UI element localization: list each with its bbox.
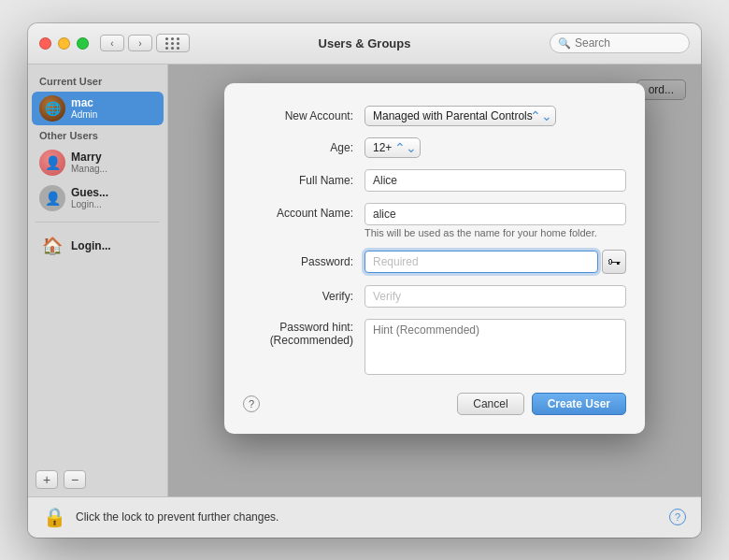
add-user-button[interactable]: + <box>36 470 58 489</box>
age-row: Age: 12+ ⌃⌄ <box>243 137 626 158</box>
nav-buttons: ‹ › <box>100 35 152 51</box>
sidebar-item-guest[interactable]: 👤 Gues... Login... <box>32 181 164 215</box>
sidebar-item-guest-name: Gues... <box>71 186 108 199</box>
avatar-marry: 👤 <box>39 150 65 176</box>
bottom-bar: 🔒 Click the lock to prevent further chan… <box>28 496 701 538</box>
sidebar: Current User 🌐 mac Admin Other Users 👤 M… <box>28 65 168 496</box>
sidebar-item-marry-name: Marry <box>71 151 107 164</box>
password-control: 🗝 <box>364 250 626 274</box>
forward-button[interactable]: › <box>128 35 152 51</box>
hint-label: Password hint: (Recommended) <box>243 319 364 347</box>
fullname-row: Full Name: <box>243 169 626 192</box>
account-type-control: Managed with Parental Controls ⌃⌄ <box>364 106 626 126</box>
age-select-container: 12+ ⌃⌄ <box>364 137 421 158</box>
password-input-row: 🗝 <box>364 250 626 274</box>
bottom-help-button[interactable]: ? <box>669 509 686 525</box>
search-bar[interactable]: 🔍 <box>550 33 690 53</box>
account-type-row: New Account: Managed with Parental Contr… <box>243 106 626 126</box>
sidebar-divider <box>36 222 160 223</box>
sidebar-item-marry-sub: Manag... <box>71 164 107 174</box>
sidebar-item-guest-text: Gues... Login... <box>71 186 108 209</box>
account-type-label: New Account: <box>243 109 364 122</box>
traffic-lights <box>39 37 89 50</box>
cancel-button[interactable]: Cancel <box>457 393 523 415</box>
home-icon: 🏠 <box>39 233 65 259</box>
accountname-label: Account Name: <box>243 203 364 220</box>
verify-control <box>364 285 626 308</box>
accountname-hint: This will be used as the name for your h… <box>364 227 626 238</box>
current-user-label: Current User <box>28 72 167 91</box>
hint-input[interactable] <box>364 319 626 375</box>
sidebar-item-guest-sub: Login... <box>71 199 108 209</box>
modal-help: ? <box>243 395 260 412</box>
grid-button[interactable] <box>156 34 190 52</box>
sidebar-login-item[interactable]: 🏠 Login... <box>32 229 164 263</box>
fullname-control <box>364 169 626 192</box>
password-row: Password: 🗝 <box>243 250 626 274</box>
accountname-input[interactable] <box>364 203 626 225</box>
hint-control <box>364 319 626 378</box>
search-icon: 🔍 <box>558 37 571 50</box>
new-account-modal: New Account: Managed with Parental Contr… <box>224 83 645 434</box>
back-button[interactable]: ‹ <box>100 35 124 51</box>
verify-input[interactable] <box>364 285 626 308</box>
accountname-control: This will be used as the name for your h… <box>364 203 626 238</box>
password-input[interactable] <box>364 251 598 273</box>
content-area: Current User 🌐 mac Admin Other Users 👤 M… <box>28 65 701 496</box>
maximize-button[interactable] <box>77 37 89 50</box>
modal-overlay: New Account: Managed with Parental Contr… <box>168 65 701 496</box>
avatar-guest: 👤 <box>39 185 65 211</box>
accountname-row: Account Name: This will be used as the n… <box>243 203 626 238</box>
main-window: ‹ › Users & Groups 🔍 Current User 🌐 mac <box>28 23 701 538</box>
sidebar-item-mac-text: mac Admin <box>71 96 97 120</box>
sidebar-item-mac-sub: Admin <box>71 109 97 120</box>
other-users-label: Other Users <box>28 126 167 145</box>
titlebar: ‹ › Users & Groups 🔍 <box>28 23 701 65</box>
fullname-label: Full Name: <box>243 174 364 187</box>
account-type-select[interactable]: Managed with Parental Controls <box>364 106 556 126</box>
sidebar-item-marry-text: Marry Manag... <box>71 151 107 174</box>
create-user-button[interactable]: Create User <box>532 393 626 415</box>
sidebar-item-mac-name: mac <box>71 96 97 109</box>
modal-footer: ? Cancel Create User <box>243 393 626 415</box>
search-input[interactable] <box>575 36 681 50</box>
close-button[interactable] <box>39 37 51 50</box>
main-panel: ord... New Account: Managed with Parenta… <box>168 65 701 496</box>
minimize-button[interactable] <box>58 37 70 50</box>
hint-row: Password hint: (Recommended) <box>243 319 626 378</box>
verify-row: Verify: <box>243 285 626 308</box>
help-button[interactable]: ? <box>243 395 260 412</box>
fullname-input[interactable] <box>364 169 626 192</box>
account-type-select-container: Managed with Parental Controls ⌃⌄ <box>364 106 556 126</box>
age-label: Age: <box>243 141 364 154</box>
remove-user-button[interactable]: − <box>64 470 86 489</box>
sidebar-item-marry[interactable]: 👤 Marry Manag... <box>32 146 164 179</box>
password-label: Password: <box>243 255 364 268</box>
avatar-mac: 🌐 <box>39 95 65 122</box>
lock-icon[interactable]: 🔒 <box>43 506 66 528</box>
sidebar-item-mac[interactable]: 🌐 mac Admin <box>32 92 164 125</box>
lock-text: Click the lock to prevent further change… <box>76 510 279 524</box>
key-button[interactable]: 🗝 <box>602 250 626 274</box>
age-control: 12+ ⌃⌄ <box>364 137 626 158</box>
window-title: Users & Groups <box>319 36 411 50</box>
sidebar-bottom: + − <box>28 463 167 496</box>
age-select[interactable]: 12+ <box>364 137 421 158</box>
login-options-label: Login... <box>71 239 111 252</box>
grid-icon <box>165 37 180 50</box>
verify-label: Verify: <box>243 290 364 303</box>
